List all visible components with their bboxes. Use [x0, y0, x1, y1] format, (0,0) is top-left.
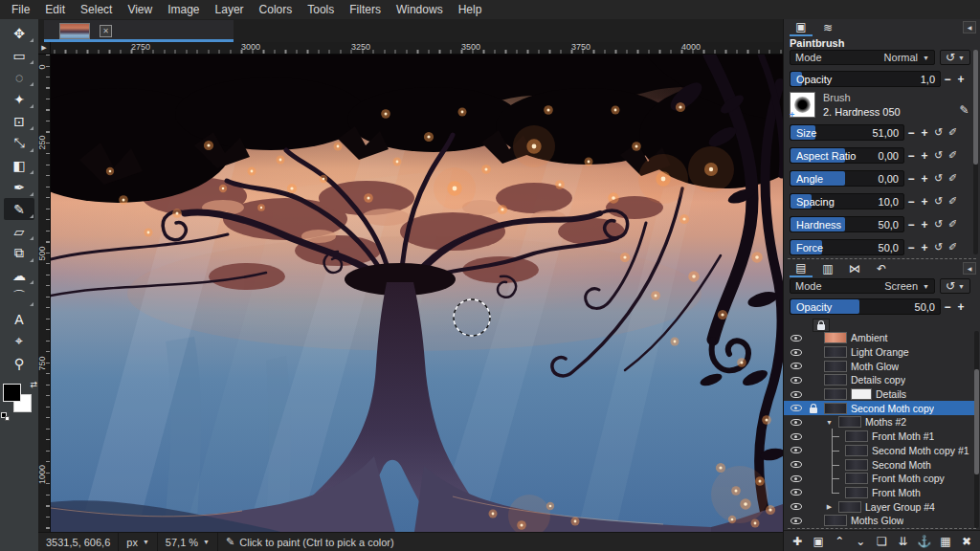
paths-tool[interactable]: ⌒ [4, 286, 34, 308]
close-icon[interactable]: ✕ [100, 25, 112, 37]
decrement-button[interactable]: − [941, 73, 954, 86]
decrement-button[interactable]: − [904, 218, 918, 231]
opacity-slider[interactable]: Opacity 1,0 − + [790, 71, 968, 87]
menu-select[interactable]: Select [73, 1, 120, 18]
visibility-toggle[interactable] [789, 503, 803, 510]
dynamics-link-icon[interactable]: ✐ [946, 218, 960, 231]
free-select-tool[interactable]: ◌ [4, 66, 34, 88]
dynamics-link-icon[interactable]: ✐ [946, 195, 960, 208]
increment-button[interactable]: + [918, 195, 931, 209]
dynamics-link-icon[interactable]: ✐ [946, 126, 960, 139]
brush-selector[interactable]: + Brush 2. Hardness 050 [790, 92, 901, 118]
visibility-toggle[interactable] [789, 405, 803, 411]
menu-file[interactable]: File [4, 1, 37, 18]
raise-layer-button[interactable]: ⌃ [831, 533, 849, 550]
reset-icon[interactable]: ↺ [931, 195, 946, 208]
layer-row[interactable]: Light Orange [784, 345, 974, 360]
increment-button[interactable]: + [918, 218, 931, 231]
new-layer-button[interactable]: ✚ [789, 533, 807, 550]
visibility-toggle[interactable] [789, 489, 803, 496]
menu-layer[interactable]: Layer [208, 1, 252, 18]
visibility-toggle[interactable] [789, 335, 803, 342]
tab-device-status[interactable]: ≋ [816, 20, 839, 36]
tab-undo-history[interactable]: ↶ [870, 261, 893, 277]
zoom-select[interactable]: 57,1 %▼ [158, 533, 218, 551]
increment-button[interactable]: + [954, 73, 968, 86]
clone-tool[interactable]: ⧉ [4, 242, 34, 264]
layer-row[interactable]: Front Moth [784, 486, 974, 500]
size-slider[interactable]: Size51,00−+↺✐ [790, 124, 960, 141]
aspect-ratio-slider[interactable]: Aspect Ratio0,00−+↺✐ [790, 147, 960, 164]
expander-icon[interactable]: ▼ [824, 419, 835, 426]
dock-collapse-icon[interactable]: ◀ [963, 262, 976, 275]
eraser-tool[interactable]: ▱ [4, 220, 34, 242]
lock-pixels-button[interactable] [813, 319, 830, 332]
text-tool[interactable]: A [4, 308, 34, 330]
dynamics-link-icon[interactable]: ✐ [946, 241, 960, 253]
tab-tool-options[interactable]: ▣ [790, 20, 813, 36]
layer-row[interactable]: ▼Moths #2 [784, 415, 974, 430]
layer-row[interactable]: Second Moth [784, 457, 974, 472]
expander-icon[interactable]: ▶ [824, 503, 835, 511]
spacing-slider[interactable]: Spacing10,0−+↺✐ [790, 193, 960, 209]
layer-mode-select[interactable]: Mode Screen▼ [790, 278, 935, 294]
decrement-button[interactable]: − [904, 241, 918, 254]
lower-layer-button[interactable]: ⌄ [852, 533, 870, 550]
menu-image[interactable]: Image [160, 1, 207, 18]
menu-edit[interactable]: Edit [37, 1, 73, 18]
reset-icon[interactable]: ↺ [931, 149, 946, 162]
horizontal-ruler[interactable]: 275030003250350037504000 [51, 42, 783, 55]
reset-icon[interactable]: ↺ [931, 241, 946, 253]
tab-paths[interactable]: ⋈ [843, 261, 866, 277]
layer-row[interactable]: Second Moth copy [784, 401, 974, 415]
fuzzy-select-tool[interactable]: ✦ [4, 88, 34, 110]
layer-row[interactable]: Second Moth copy #1 [784, 444, 974, 458]
dock-collapse-icon[interactable]: ◀ [963, 21, 976, 33]
duplicate-layer-button[interactable]: ❏ [873, 533, 891, 550]
rectangle-select-tool[interactable]: ▭ [4, 44, 34, 66]
bucket-fill-tool[interactable]: ◧ [4, 154, 34, 176]
image-tab[interactable]: ✕ [44, 20, 234, 42]
swap-colors-icon[interactable]: ⇄ [30, 380, 37, 389]
increment-button[interactable]: + [918, 241, 931, 254]
menu-windows[interactable]: Windows [389, 1, 451, 18]
color-picker-tool[interactable]: ⌖ [4, 330, 34, 352]
decrement-button[interactable]: − [904, 126, 918, 140]
paint-mode-select[interactable]: Mode Normal▼ [790, 50, 935, 65]
canvas[interactable] [51, 55, 783, 532]
decrement-button[interactable]: − [904, 195, 918, 209]
reset-icon[interactable]: ↺ [931, 172, 946, 185]
reset-icon[interactable]: ↺ [931, 126, 946, 139]
force-slider[interactable]: Force50,0−+↺✐ [790, 239, 960, 255]
tab-channels[interactable]: ▥ [816, 261, 839, 277]
decrement-button[interactable]: − [941, 300, 954, 314]
layer-row[interactable]: Front Moth #1 [784, 430, 974, 444]
visibility-toggle[interactable] [789, 447, 803, 453]
vertical-ruler[interactable]: 02505007501000 [38, 55, 51, 532]
anchor-layer-button[interactable]: ⚓ [915, 533, 933, 550]
visibility-toggle[interactable] [789, 461, 803, 468]
visibility-toggle[interactable] [789, 419, 803, 426]
edit-brush-icon[interactable]: ✎ [956, 103, 972, 120]
layer-row[interactable]: Details copy [784, 373, 974, 387]
decrement-button[interactable]: − [904, 149, 918, 163]
layers-scrollbar[interactable] [974, 331, 979, 528]
unit-select[interactable]: px▼ [119, 533, 158, 551]
hardness-slider[interactable]: Hardness50,0−+↺✐ [790, 216, 960, 232]
increment-button[interactable]: + [918, 172, 931, 186]
dock-separator[interactable] [788, 528, 976, 529]
visibility-toggle[interactable] [789, 518, 803, 524]
foreground-color-swatch[interactable] [3, 384, 21, 402]
ink-tool[interactable]: ✒ [4, 176, 34, 198]
increment-button[interactable]: + [954, 300, 968, 314]
crop-tool[interactable]: ⊡ [4, 110, 34, 132]
increment-button[interactable]: + [918, 126, 931, 140]
brush-thumbnail[interactable]: + [790, 92, 815, 118]
dock-separator[interactable] [788, 258, 976, 259]
decrement-button[interactable]: − [904, 172, 918, 186]
menu-colors[interactable]: Colors [252, 1, 301, 18]
delete-layer-button[interactable]: ✖ [957, 533, 975, 550]
increment-button[interactable]: + [918, 149, 931, 163]
reset-icon[interactable]: ↺ [931, 218, 946, 231]
visibility-toggle[interactable] [789, 377, 803, 384]
